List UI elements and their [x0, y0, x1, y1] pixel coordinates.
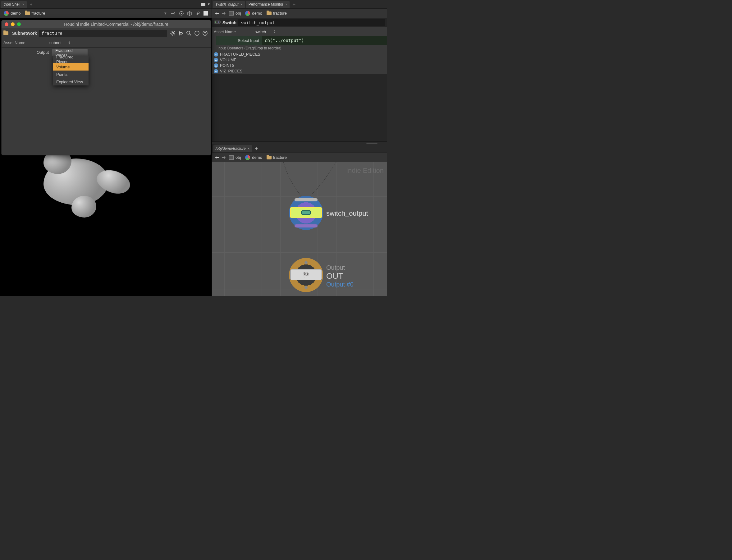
right-bottom-pane: /obj/demo/fracture × + ⬅ ➡ obj demo: [212, 144, 387, 296]
crumb-label: fracture: [32, 11, 45, 16]
info-icon[interactable]: [194, 30, 200, 37]
network-graph[interactable]: Indie Edition switch_output: [212, 162, 387, 296]
crumb-demo[interactable]: demo: [2, 10, 23, 17]
node-body[interactable]: [290, 207, 322, 218]
nav-back-button[interactable]: ⬅: [214, 10, 220, 16]
viewport-model[interactable]: [25, 149, 155, 230]
node-name-input[interactable]: switch_output: [238, 19, 385, 26]
output-option-fractured-pieces[interactable]: Fractured Pieces: [53, 56, 89, 63]
close-icon[interactable]: ×: [240, 2, 242, 6]
left-tabbar: thon Shell × + ▼: [0, 0, 212, 9]
crumb-obj[interactable]: obj: [227, 10, 243, 17]
minimize-window-icon[interactable]: [11, 22, 15, 26]
tab-switch-output[interactable]: switch_output ×: [213, 1, 245, 8]
asset-name-label: Asset Name: [3, 40, 47, 45]
blank-icon[interactable]: [202, 10, 210, 17]
folder-icon: [267, 11, 272, 15]
pane-menu-icon[interactable]: ▼: [207, 2, 210, 6]
pane-divider[interactable]: [212, 142, 387, 144]
input-operator-item[interactable]: ▲POINTS: [212, 63, 387, 68]
output-option-volume[interactable]: Volume: [53, 63, 89, 71]
link-icon[interactable]: [194, 10, 201, 17]
pin-icon[interactable]: [170, 10, 177, 17]
node-body[interactable]: 🏁: [290, 269, 322, 280]
nav-forward-button[interactable]: ➡: [220, 10, 227, 16]
parameter-window: Houdini Indie Limited-Commercial - /obj/…: [1, 20, 211, 155]
crumb-demo[interactable]: demo: [243, 10, 264, 17]
tab-fracture-path[interactable]: /obj/demo/fracture ×: [213, 145, 252, 152]
tab-label: /obj/demo/fracture: [216, 146, 246, 151]
close-window-icon[interactable]: [5, 22, 8, 26]
tab-performance-monitor[interactable]: Performance Monitor ×: [246, 1, 290, 8]
node-switch-output[interactable]: switch_output: [289, 196, 323, 230]
select-input-row: Select Input ch("../output"): [212, 36, 387, 45]
node-output[interactable]: 🏁 Output OUT Output #0: [289, 258, 323, 292]
node-input-connector[interactable]: [305, 261, 308, 264]
operator-name-input[interactable]: fracture: [39, 30, 167, 37]
output-option-exploded-view[interactable]: Exploded View: [53, 78, 89, 85]
asset-name-row: Asset Name subnet ▲▼: [2, 38, 211, 48]
flag-icon: 🏁: [303, 272, 309, 278]
crumb-fracture[interactable]: fracture: [265, 154, 289, 161]
titlebar[interactable]: Houdini Indie Limited-Commercial - /obj/…: [2, 20, 211, 28]
nav-back-button[interactable]: ⬅: [214, 154, 220, 160]
close-icon[interactable]: ×: [248, 147, 250, 150]
close-icon[interactable]: ×: [22, 2, 24, 6]
node-type-label: Switch: [223, 20, 237, 25]
asset-type-dropdown[interactable]: switch: [252, 28, 272, 35]
crumb-label: demo: [252, 155, 262, 160]
input-operator-item[interactable]: ▲VIZ_PIECES: [212, 68, 387, 74]
geo-icon: [245, 11, 250, 16]
asset-name-row: Asset Name switch ▲▼: [212, 27, 387, 36]
crumb-fracture[interactable]: fracture: [23, 10, 47, 17]
edition-watermark: Indie Edition: [346, 167, 384, 175]
node-input-connector[interactable]: [295, 198, 318, 201]
svg-point-2: [196, 13, 198, 15]
close-icon[interactable]: ×: [285, 2, 287, 6]
right-bottom-tabbar: /obj/demo/fracture × +: [212, 144, 387, 153]
help-icon[interactable]: [202, 30, 209, 37]
input-operator-item[interactable]: ▲FRACTURED_PIECES: [212, 52, 387, 57]
svg-line-11: [174, 34, 175, 35]
tab-add-button[interactable]: +: [28, 1, 34, 7]
tab-add-button[interactable]: +: [253, 145, 260, 152]
node-output-connector[interactable]: [295, 224, 318, 227]
folder-icon: [267, 156, 272, 159]
tab-add-button[interactable]: +: [291, 1, 297, 7]
inputs-empty-area[interactable]: [212, 74, 387, 141]
gear-icon[interactable]: [169, 30, 176, 37]
out-label-name: OUT: [326, 271, 354, 281]
svg-point-23: [218, 21, 219, 23]
select-input-value[interactable]: ch("../output"): [262, 36, 387, 45]
asset-type-dropdown[interactable]: subnet: [47, 39, 67, 46]
cube-icon[interactable]: [186, 10, 193, 17]
geo-icon: [245, 155, 250, 160]
zoom-window-icon[interactable]: [17, 22, 21, 26]
arrow-up-icon: ▲: [214, 52, 218, 57]
input-operator-item[interactable]: ▲VOLUME: [212, 57, 387, 63]
output-option-points[interactable]: Points: [53, 71, 89, 78]
right-top-tabbar: switch_output × Performance Monitor × +: [212, 0, 387, 9]
left-pane: thon Shell × + ▼ demo fracture ▾: [0, 0, 212, 296]
crumb-fracture[interactable]: fracture: [265, 10, 289, 17]
nav-forward-button[interactable]: ➡: [220, 154, 227, 160]
svg-point-5: [172, 32, 174, 34]
crumb-label: fracture: [273, 11, 287, 16]
svg-point-3: [198, 12, 200, 14]
houdini-icon[interactable]: [177, 30, 184, 37]
maximize-icon[interactable]: [201, 3, 205, 6]
tab-python-shell[interactable]: thon Shell ×: [1, 1, 27, 8]
right-bottom-pathbar: ⬅ ➡ obj demo fracture: [212, 153, 387, 162]
svg-point-1: [181, 13, 182, 14]
out-label-type: Output: [326, 264, 354, 271]
target-icon[interactable]: [178, 10, 185, 17]
crumb-demo[interactable]: demo: [243, 154, 264, 161]
crumb-label: demo: [252, 11, 262, 16]
sort-icon[interactable]: ▲▼: [68, 41, 73, 45]
sort-icon[interactable]: ▲▼: [274, 30, 279, 34]
search-icon[interactable]: [186, 30, 192, 37]
chevron-down-icon[interactable]: ▾: [164, 11, 169, 16]
svg-line-12: [171, 34, 172, 35]
crumb-obj[interactable]: obj: [227, 154, 243, 161]
node-output-connector[interactable]: [305, 286, 308, 289]
